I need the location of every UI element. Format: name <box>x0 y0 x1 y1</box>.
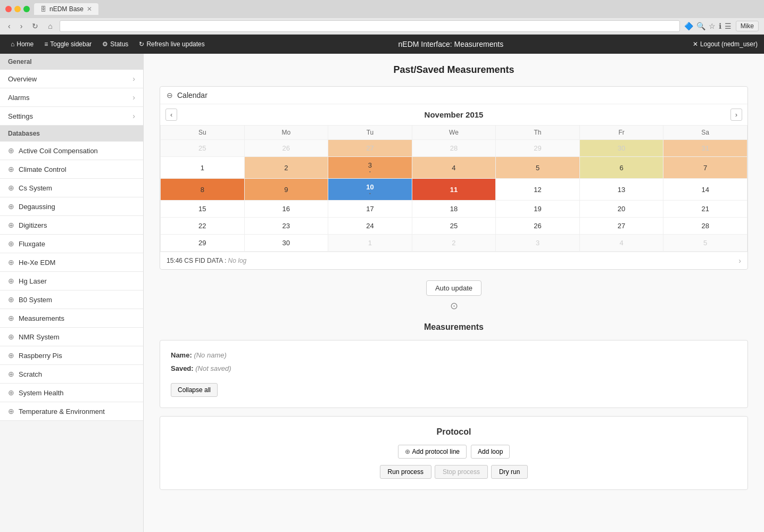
prev-month-button[interactable]: ‹ <box>165 109 177 121</box>
calendar-title: Calendar <box>177 91 207 99</box>
calendar-day[interactable]: 22 <box>161 218 245 235</box>
calendar-day[interactable]: 16 <box>244 201 328 218</box>
browser-tab[interactable]: 🗄 nEDM Base ✕ <box>34 3 98 15</box>
minimize-dot[interactable] <box>14 6 21 12</box>
sidebar-item-temperature-environment[interactable]: ⊕ Temperature & Environment <box>0 402 143 421</box>
stop-process-button[interactable]: Stop process <box>435 465 488 479</box>
toggle-sidebar-button[interactable]: ≡ Toggle sidebar <box>40 38 96 50</box>
menu-icon[interactable]: ☰ <box>725 22 732 30</box>
calendar-day[interactable]: 8 <box>161 179 245 201</box>
sidebar-item-overview[interactable]: Overview › <box>0 70 143 88</box>
sidebar-item-active-coil-compensation[interactable]: ⊕ Active Coil Compensation <box>0 142 143 160</box>
sidebar-item-he-xe-edm[interactable]: ⊕ He-Xe EDM <box>0 253 143 272</box>
sidebar-item-digitizers[interactable]: ⊕ Digitizers <box>0 216 143 235</box>
calendar-day[interactable]: 24 <box>328 218 412 235</box>
sidebar-item-hg-laser[interactable]: ⊕ Hg Laser <box>0 272 143 290</box>
calendar-day[interactable]: 1 <box>161 157 245 179</box>
calendar-day[interactable]: 23 <box>244 218 328 235</box>
forward-button[interactable]: › <box>18 21 26 31</box>
calendar-month-title: November 2015 <box>425 110 484 119</box>
calendar-day[interactable]: 30 <box>244 235 328 252</box>
calendar-day[interactable]: 17 <box>328 201 412 218</box>
sidebar-item-measurements[interactable]: ⊕ Measurements <box>0 309 143 328</box>
calendar-toggle-icon[interactable]: ⊖ <box>167 91 173 99</box>
sidebar-item-scratch[interactable]: ⊕ Scratch <box>0 365 143 384</box>
log-text: 15:46 CS FID DATA : No log <box>167 257 246 264</box>
calendar-day[interactable]: 18 <box>412 201 496 218</box>
calendar-day[interactable]: 12 <box>496 179 580 201</box>
calendar-day-today[interactable]: 10 <box>328 179 412 201</box>
sidebar-item-nmr-system[interactable]: ⊕ NMR System <box>0 328 143 346</box>
log-navigate-icon[interactable]: › <box>738 256 741 265</box>
sidebar-item-cs-system[interactable]: ⊕ Cs System <box>0 179 143 197</box>
calendar-day[interactable]: 3 <box>496 235 580 252</box>
maximize-dot[interactable] <box>23 6 30 12</box>
calendar-day[interactable]: 27 <box>579 218 663 235</box>
calendar-day[interactable]: 13 <box>579 179 663 201</box>
url-bar[interactable]: db.nedm1/page/control/nedm/measurements <box>60 20 680 32</box>
close-dot[interactable] <box>5 6 12 12</box>
home-nav-button[interactable]: ⌂ Home <box>6 38 38 50</box>
calendar-day[interactable]: 30 <box>579 140 663 157</box>
calendar-day[interactable]: 5 <box>663 235 748 252</box>
status-button[interactable]: ⚙ Status <box>98 38 132 50</box>
calendar-day[interactable]: 7 <box>663 157 748 179</box>
browser-actions: 🔷 🔍 ☆ ℹ ☰ <box>684 22 732 30</box>
sidebar-item-b0-system[interactable]: ⊕ B0 System <box>0 290 143 309</box>
back-button[interactable]: ‹ <box>5 21 13 31</box>
sidebar-item-raspberry-pis[interactable]: ⊕ Raspberry Pis <box>0 346 143 365</box>
calendar-day[interactable]: 29 <box>161 235 245 252</box>
calendar-day[interactable]: 4 <box>412 157 496 179</box>
calendar-day[interactable]: 27 <box>328 140 412 157</box>
calendar-day[interactable]: 29 <box>496 140 580 157</box>
dry-run-button[interactable]: Dry run <box>491 465 528 479</box>
reload-button[interactable]: ↻ <box>29 21 41 31</box>
calendar-day[interactable]: 1 <box>328 235 412 252</box>
sidebar-item-alarms[interactable]: Alarms › <box>0 88 143 107</box>
day-header-we: We <box>412 126 496 140</box>
calendar-day[interactable]: 26 <box>496 218 580 235</box>
run-process-button[interactable]: Run process <box>380 465 431 479</box>
search-icon[interactable]: 🔍 <box>696 22 705 30</box>
calendar-day[interactable]: 31 <box>663 140 748 157</box>
tab-close-icon[interactable]: ✕ <box>87 5 92 13</box>
calendar-day[interactable]: 15 <box>161 201 245 218</box>
refresh-button[interactable]: ↻ Refresh live updates <box>135 38 209 50</box>
sidebar-item-degaussing[interactable]: ⊕ Degaussing <box>0 197 143 216</box>
add-loop-button[interactable]: Add loop <box>471 445 510 459</box>
sidebar-item-settings[interactable]: Settings › <box>0 107 143 126</box>
calendar-day[interactable]: 2 <box>412 235 496 252</box>
plus-circle-icon: ⊕ <box>8 184 14 192</box>
app-navbar: ⌂ Home ≡ Toggle sidebar ⚙ Status ↻ Refre… <box>0 35 764 54</box>
calendar-day[interactable]: 4 <box>579 235 663 252</box>
calendar-day[interactable]: 6 <box>579 157 663 179</box>
add-protocol-line-button[interactable]: ⊕ Add protocol line <box>398 445 467 459</box>
calendar-day[interactable]: 25 <box>161 140 245 157</box>
bookmark-icon[interactable]: ☆ <box>709 22 716 30</box>
home-button[interactable]: ⌂ <box>45 21 55 31</box>
info-icon[interactable]: ℹ <box>719 22 721 30</box>
calendar-day[interactable]: 11 <box>412 179 496 201</box>
calendar-day[interactable]: 28 <box>412 140 496 157</box>
calendar-day[interactable]: 5 <box>496 157 580 179</box>
calendar-day[interactable]: 2 <box>244 157 328 179</box>
calendar-day[interactable]: 26 <box>244 140 328 157</box>
calendar-day[interactable]: 20 <box>579 201 663 218</box>
sidebar-item-fluxgate[interactable]: ⊕ Fluxgate <box>0 235 143 253</box>
calendar-day[interactable]: 28 <box>663 218 748 235</box>
auto-update-button[interactable]: Auto update <box>426 280 481 296</box>
calendar-day[interactable]: 25 <box>412 218 496 235</box>
logout-button[interactable]: ✕ Logout (nedm_user) <box>693 40 758 48</box>
plus-circle-icon: ⊕ <box>8 295 14 304</box>
calendar-day[interactable]: 14 <box>663 179 748 201</box>
calendar-day[interactable]: 21 <box>663 201 748 218</box>
calendar-day[interactable]: 3 <box>328 157 412 179</box>
calendar-day[interactable]: 19 <box>496 201 580 218</box>
day-header-su: Su <box>161 126 245 140</box>
saved-value: (Not saved) <box>195 364 231 372</box>
next-month-button[interactable]: › <box>730 109 742 121</box>
sidebar-item-system-health[interactable]: ⊕ System Health <box>0 384 143 402</box>
calendar-day[interactable]: 9 <box>244 179 328 201</box>
collapse-all-button[interactable]: Collapse all <box>171 383 218 397</box>
sidebar-item-climate-control[interactable]: ⊕ Climate Control <box>0 160 143 179</box>
